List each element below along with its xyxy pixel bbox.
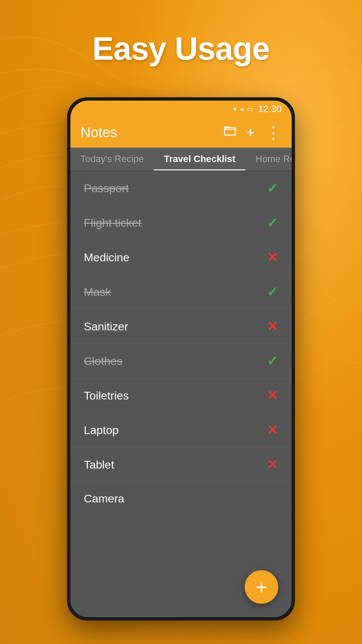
signal-icon: ◂ <box>240 105 243 113</box>
list-item[interactable]: Clothes ✓ <box>70 344 292 378</box>
item-text-camera: Camera <box>84 492 124 505</box>
header-actions: + ⋮ <box>224 124 282 141</box>
item-text-sanitizer: Sanitizer <box>84 320 128 333</box>
tab-home-reno[interactable]: Home Reno <box>245 148 292 170</box>
status-icons: ▾ ◂ ▭ <box>233 105 253 113</box>
tabs-container: Today's Recipe Travel Checklist Home Ren… <box>70 148 292 171</box>
item-text-medicine: Medicine <box>84 251 129 264</box>
folder-icon[interactable] <box>224 125 236 140</box>
list-item[interactable]: Camera <box>70 482 292 516</box>
fab-add-button[interactable]: + <box>245 570 278 604</box>
status-time: 12:30 <box>258 104 282 114</box>
item-text-toiletries: Toiletries <box>84 389 129 402</box>
check-icon-medicine: ✕ <box>267 250 278 265</box>
phone-mockup: ▾ ◂ ▭ 12:30 Notes + ⋮ <box>67 97 295 621</box>
app-header-title: Notes <box>80 124 224 141</box>
check-icon-mask: ✓ <box>267 284 278 300</box>
list-item[interactable]: Laptop ✕ <box>70 413 292 447</box>
list-item[interactable]: Mask ✓ <box>70 275 292 309</box>
app-header: Notes + ⋮ <box>70 117 292 148</box>
item-text-passport: Passport <box>84 182 129 195</box>
item-text-flight-ticket: Flight ticket <box>84 216 141 229</box>
list-item[interactable]: Sanitizer ✕ <box>70 309 292 344</box>
add-icon[interactable]: + <box>246 124 255 141</box>
check-icon-flight-ticket: ✓ <box>267 215 278 230</box>
list-item[interactable]: Flight ticket ✓ <box>70 206 292 240</box>
menu-icon[interactable]: ⋮ <box>265 124 282 141</box>
list-item[interactable]: Toiletries ✕ <box>70 378 292 413</box>
checklist-container: Passport ✓ Flight ticket ✓ Medicine ✕ Ma… <box>70 171 292 617</box>
item-text-laptop: Laptop <box>84 424 119 437</box>
check-icon-sanitizer: ✕ <box>267 319 278 334</box>
item-text-tablet: Tablet <box>84 458 114 471</box>
check-icon-toiletries: ✕ <box>267 388 278 403</box>
wifi-icon: ▾ <box>233 105 237 113</box>
check-icon-passport: ✓ <box>267 180 278 196</box>
check-icon-tablet: ✕ <box>267 457 278 472</box>
tab-travel-checklist[interactable]: Travel Checklist <box>154 148 245 170</box>
item-text-clothes: Clothes <box>84 355 122 368</box>
list-item[interactable]: Medicine ✕ <box>70 240 292 275</box>
page-title: Easy Usage <box>0 30 362 67</box>
list-item[interactable]: Tablet ✕ <box>70 447 292 482</box>
check-icon-clothes: ✓ <box>267 353 278 369</box>
check-icon-laptop: ✕ <box>267 422 278 438</box>
svg-rect-0 <box>225 128 235 135</box>
item-text-mask: Mask <box>84 285 111 299</box>
tab-todays-recipe[interactable]: Today's Recipe <box>70 148 154 170</box>
battery-icon: ▭ <box>247 105 253 113</box>
list-item[interactable]: Passport ✓ <box>70 171 292 206</box>
phone-screen: ▾ ◂ ▭ 12:30 Notes + ⋮ <box>70 101 292 617</box>
status-bar: ▾ ◂ ▭ 12:30 <box>70 101 292 117</box>
